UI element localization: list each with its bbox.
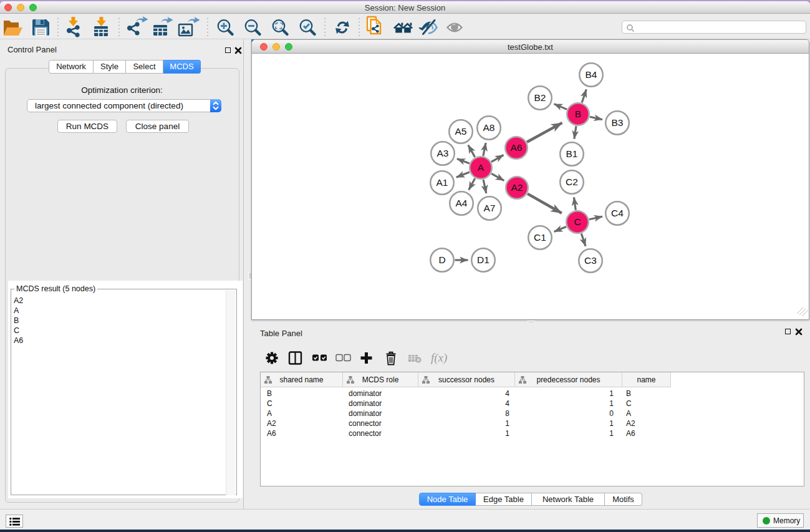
svg-text:B3: B3: [612, 117, 624, 128]
svg-text:A: A: [478, 162, 485, 173]
svg-text:B1: B1: [566, 148, 578, 159]
svg-text:D1: D1: [477, 254, 489, 265]
svg-text:A1: A1: [436, 177, 448, 188]
svg-text:B: B: [575, 109, 581, 119]
svg-text:C1: C1: [534, 232, 546, 243]
svg-text:C: C: [574, 216, 581, 227]
svg-text:A7: A7: [484, 203, 496, 213]
svg-text:C3: C3: [584, 255, 597, 266]
svg-text:A3: A3: [437, 148, 449, 158]
svg-text:B4: B4: [586, 69, 597, 80]
svg-text:C4: C4: [611, 208, 624, 218]
svg-text:C2: C2: [566, 177, 578, 187]
svg-text:A5: A5: [455, 126, 467, 137]
svg-text:A6: A6: [511, 142, 523, 153]
svg-text:f(x): f(x): [431, 351, 447, 365]
svg-text:D: D: [438, 254, 445, 265]
svg-text:A8: A8: [483, 122, 495, 133]
svg-text:B2: B2: [534, 92, 546, 103]
svg-text:A4: A4: [456, 198, 468, 208]
svg-text:A2: A2: [511, 182, 523, 193]
